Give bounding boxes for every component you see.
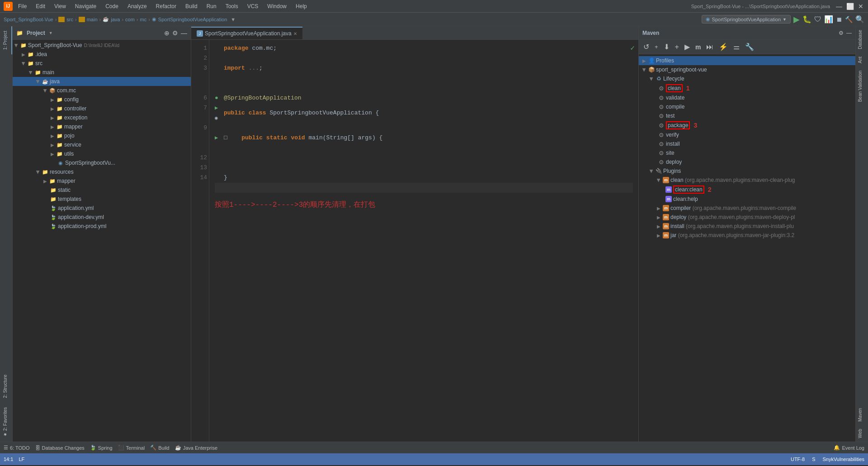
- editor-tab-main-class[interactable]: J SportSpringbootVueApplication.java ✕: [191, 27, 302, 39]
- tree-item-controller[interactable]: ▶ 📁 controller: [13, 104, 191, 113]
- menu-tools[interactable]: Tools: [224, 2, 240, 10]
- right-tab-web[interactable]: Web: [856, 425, 868, 442]
- maven-plugin-compiler[interactable]: ▶ m compiler (org.apache.maven.plugins:m…: [639, 204, 855, 213]
- maven-phase-deploy[interactable]: ⚙ deploy: [639, 157, 855, 166]
- breadcrumb-src[interactable]: src: [58, 17, 73, 22]
- maven-m-btn[interactable]: m: [693, 43, 703, 52]
- event-log-btn[interactable]: 🔔 Event Log: [834, 445, 864, 451]
- maven-run-btn[interactable]: ▶: [683, 42, 692, 52]
- maven-download-btn[interactable]: ⬇: [662, 42, 671, 52]
- build-btn[interactable]: 🔨 Build: [150, 445, 169, 451]
- menu-run[interactable]: Run: [205, 2, 218, 10]
- right-tab-bean-validation[interactable]: Bean Validation: [856, 67, 868, 105]
- right-tab-database[interactable]: Database: [856, 26, 868, 53]
- spring-btn[interactable]: 🍃 Spring: [90, 445, 113, 451]
- tree-item-resources[interactable]: ▶ 📁 resources: [13, 167, 191, 176]
- project-scope-btn[interactable]: ⊕: [164, 29, 170, 37]
- menu-analyze[interactable]: Analyze: [126, 2, 149, 10]
- tree-item-static[interactable]: 📁 static: [13, 185, 191, 195]
- run-config-dropdown[interactable]: ◉ SportSpringbootVueApplication ▼: [702, 15, 791, 24]
- maven-phase-verify[interactable]: ⚙ verify: [639, 130, 855, 139]
- maven-phase-compile[interactable]: ⚙ compile: [639, 102, 855, 111]
- maven-plugins[interactable]: ▶ 🔌 Plugins: [639, 166, 855, 176]
- tree-item-templates[interactable]: 📁 templates: [13, 195, 191, 204]
- java-enterprise-btn[interactable]: ☕ Java Enterprise: [175, 445, 217, 451]
- maven-phase-clean[interactable]: ⚙ clean 1: [639, 83, 855, 93]
- breadcrumb-java[interactable]: ☕ java: [103, 16, 120, 22]
- run-gutter-icon-7[interactable]: ▶: [215, 105, 218, 111]
- maven-goal-clean-help[interactable]: m clean:help: [639, 195, 855, 204]
- maven-lightning-btn[interactable]: ⚡: [717, 42, 730, 52]
- project-settings-btn[interactable]: ⚙: [172, 29, 178, 37]
- maven-refresh-btn[interactable]: ↺: [642, 42, 651, 52]
- tree-item-java[interactable]: ▶ ☕ java: [13, 77, 191, 86]
- maven-skip-test-btn[interactable]: ⏭: [704, 42, 715, 52]
- breadcrumb-main[interactable]: main: [79, 17, 98, 22]
- sidebar-tab-structure[interactable]: 2: Structure: [0, 370, 12, 403]
- maven-plugin-jar[interactable]: ▶ m jar (org.apache.maven.plugins:maven-…: [639, 231, 855, 240]
- minimize-button[interactable]: —: [835, 3, 843, 10]
- right-tab-ant[interactable]: Ant: [856, 53, 868, 67]
- menu-file[interactable]: File: [16, 2, 28, 10]
- menu-navigate[interactable]: Navigate: [73, 2, 98, 10]
- breadcrumb-file[interactable]: ◉ SportSpringbootVueApplication: [152, 16, 227, 22]
- tree-item-mapper-res[interactable]: ▶ 📁 mapper: [13, 176, 191, 185]
- maven-plugin-deploy[interactable]: ▶ m deploy (org.apache.maven.plugins:mav…: [639, 213, 855, 222]
- project-minimize-btn[interactable]: —: [181, 29, 187, 37]
- tree-item-utils[interactable]: ▶ 📁 utils: [13, 149, 191, 158]
- maven-wrench-btn[interactable]: 🔧: [743, 42, 756, 52]
- tree-item-root[interactable]: ▶ 📁 Sport_SpringBoot-Vue D:\IntelliJ IDE…: [13, 41, 191, 50]
- menu-code[interactable]: Code: [104, 2, 120, 10]
- project-dropdown-arrow[interactable]: ▼: [49, 31, 53, 35]
- tree-item-main[interactable]: ▶ 📁 main: [13, 68, 191, 77]
- profile-button[interactable]: 📊: [824, 15, 833, 24]
- tree-item-com-mc[interactable]: ▶ 📦 com.mc: [13, 86, 191, 95]
- build-button[interactable]: 🔨: [845, 16, 853, 23]
- maven-plugin-install[interactable]: ▶ m install (org.apache.maven.plugins:ma…: [639, 222, 855, 231]
- breadcrumb-com[interactable]: com: [125, 17, 135, 22]
- maven-goal-clean-clean[interactable]: m clean:clean 2: [639, 185, 855, 195]
- maven-plugin-clean[interactable]: ▶ m clean (org.apache.maven.plugins:mave…: [639, 176, 855, 185]
- tree-item-app-yml[interactable]: 🍃 application.yml: [13, 204, 191, 213]
- maven-phase-site[interactable]: ⚙ site: [639, 148, 855, 157]
- tree-item-idea[interactable]: ▶ 📁 .idea: [13, 50, 191, 59]
- maximize-button[interactable]: ⬜: [846, 3, 854, 10]
- tree-item-mapper[interactable]: ▶ 📁 mapper: [13, 122, 191, 131]
- code-content[interactable]: ✓ package com.mc; import ...;: [209, 40, 638, 442]
- tree-item-config[interactable]: ▶ 📁 config: [13, 95, 191, 104]
- maven-new-btn[interactable]: +: [673, 42, 681, 52]
- tree-item-exception[interactable]: ▶ 📁 exception: [13, 113, 191, 122]
- menu-help[interactable]: Help: [294, 2, 309, 10]
- menu-build[interactable]: Build: [184, 2, 199, 10]
- maven-minimize-btn[interactable]: —: [846, 30, 852, 36]
- menu-refactor[interactable]: Refactor: [154, 2, 178, 10]
- run-with-coverage-button[interactable]: 🛡: [814, 15, 821, 24]
- maven-profiles[interactable]: ▶ 👤 Profiles: [639, 56, 855, 65]
- maven-phase-test[interactable]: ⚙ test: [639, 111, 855, 120]
- menu-window[interactable]: Window: [265, 2, 288, 10]
- breadcrumb-project[interactable]: Sport_SpringBoot-Vue: [4, 17, 53, 22]
- maven-filter-btn[interactable]: ⚌: [731, 42, 741, 52]
- tree-item-service[interactable]: ▶ 📁 service: [13, 140, 191, 149]
- gutter-icon-6[interactable]: ●: [215, 93, 224, 103]
- maven-phase-install[interactable]: ⚙ install: [639, 139, 855, 148]
- run-button[interactable]: ▶: [793, 14, 800, 24]
- todo-btn[interactable]: ☰ 6: TODO: [4, 445, 30, 451]
- terminal-btn[interactable]: ⬛ Terminal: [118, 445, 145, 451]
- maven-phase-package[interactable]: ⚙ package 3: [639, 120, 855, 130]
- run-gutter-icon-9[interactable]: ▶: [215, 135, 218, 141]
- debug-button[interactable]: 🐛: [802, 15, 811, 24]
- debug-gutter-icon-7[interactable]: ◉: [215, 115, 218, 121]
- breadcrumb-mc[interactable]: mc: [140, 17, 147, 22]
- menu-view[interactable]: View: [52, 2, 68, 10]
- maven-project[interactable]: ▶ 📦 sport_springboot-vue: [639, 65, 855, 74]
- search-everywhere-button[interactable]: 🔍: [855, 15, 864, 24]
- tree-item-src[interactable]: ▶ 📁 src: [13, 59, 191, 68]
- db-changes-btn[interactable]: 🗄 Database Changes: [35, 445, 85, 451]
- maven-settings-btn[interactable]: ⚙: [839, 30, 844, 36]
- sidebar-tab-favorites[interactable]: ★ 2: Favorites: [0, 403, 12, 442]
- right-tab-maven[interactable]: Maven: [856, 404, 868, 425]
- tree-item-app-prod-yml[interactable]: 🍃 application-prod.yml: [13, 222, 191, 231]
- menu-edit[interactable]: Edit: [34, 2, 47, 10]
- tree-item-pojo[interactable]: ▶ 📁 pojo: [13, 131, 191, 140]
